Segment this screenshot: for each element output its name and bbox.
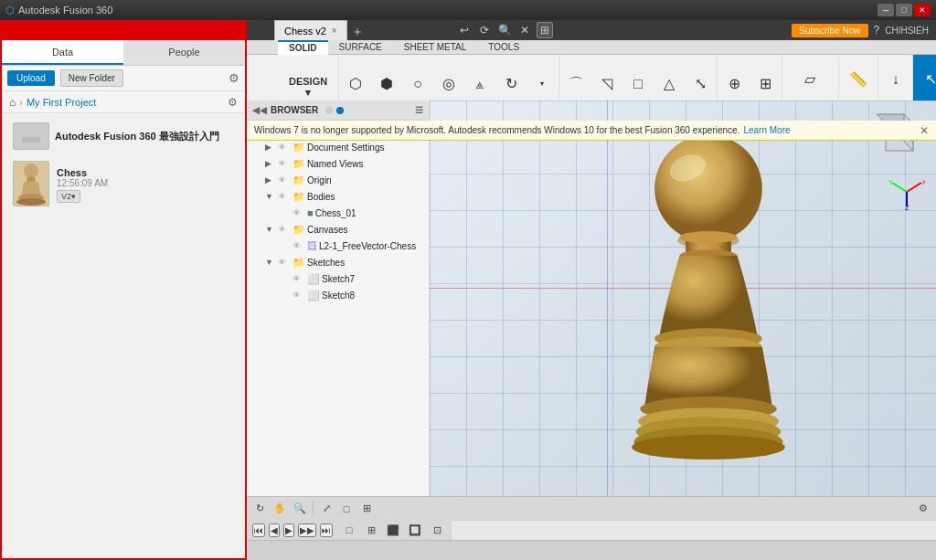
tree-item-doc-settings[interactable]: ▶ 👁 📁 Document Settings [247,139,429,155]
cylinder-icon: ⬢ [380,77,393,91]
browser-collapse-icon[interactable]: ◀◀ [252,105,267,115]
file-thumbnail-svg [15,162,48,206]
modify-tool-5[interactable]: ⤡ [686,68,715,100]
create-tool-5[interactable]: ⟁ [465,68,495,100]
modify-tool-3[interactable]: □ [623,68,653,100]
view-settings-button[interactable]: ⚙ [914,500,932,518]
zoom-button[interactable]: 🔍 [291,500,309,518]
play-button[interactable]: ▶ [283,523,294,537]
add-tab-button[interactable]: ＋ [351,24,364,40]
create-more[interactable]: ▾ [527,68,557,100]
tree-item-sketch7[interactable]: 👁 ⬜ Sketch7 [247,270,429,287]
file-version[interactable]: V2▾ [57,190,80,203]
display-mode-button[interactable]: □ [337,500,356,518]
svg-line-21 [907,183,921,192]
create-tool-4[interactable]: ◎ [434,68,463,100]
folder-icon: 📁 [292,257,305,269]
upload-button[interactable]: Upload [7,70,55,86]
viewport-tool-1[interactable]: □ [340,521,358,539]
assemble-tool-1[interactable]: ⊕ [719,68,749,100]
help-button[interactable]: ? [874,24,880,37]
revolve-icon: ↻ [505,77,517,91]
viewport[interactable]: FRONT X Y Z [430,100,936,516]
tab-solid[interactable]: SOLID [278,40,328,55]
search-button[interactable]: 🔍 [496,22,513,38]
visibility-icon[interactable]: 👁 [278,159,291,168]
select-tool[interactable]: ↖ [916,63,936,96]
user-label: CHIHSIEH [885,26,929,36]
browser-menu-icon[interactable]: ☰ [415,105,423,115]
tree-item-sketches[interactable]: ▼ 👁 📁 Sketches [247,254,429,270]
rigid-icon: ⊞ [760,77,771,91]
home-icon[interactable]: ⌂ [9,96,16,109]
assemble-tool-2[interactable]: ⊞ [750,68,780,100]
step-forward-button[interactable]: ▶▶ [298,523,316,537]
visibility-icon[interactable]: 👁 [292,291,305,300]
visibility-icon[interactable]: 👁 [278,143,291,152]
file-item-chess[interactable]: Chess 12:56:09 AM V2▾ [7,157,239,210]
viewport-tool-4[interactable]: 🔲 [406,521,424,539]
viewport-tool-5[interactable]: ⊡ [428,521,446,539]
chess-v2-tab[interactable]: Chess v2 × [274,20,347,40]
close-button[interactable]: ✕ [914,4,931,16]
back-button[interactable]: ↩ [456,22,473,38]
tab-surface[interactable]: SURFACE [328,40,393,55]
tree-item-bodies[interactable]: ▼ 👁 📁 Bodies [247,188,429,205]
panel-settings-icon[interactable]: ⚙ [229,71,239,85]
create-tool-2[interactable]: ⬢ [372,68,401,100]
visibility-icon[interactable]: 👁 [278,192,291,201]
tree-item-canvas-img[interactable]: 👁 🖼 L2-1_FreeVector-Chess [247,238,429,254]
view-button[interactable]: ⊞ [357,500,376,518]
viewport-tool-3[interactable]: ⬛ [384,521,402,539]
viewport-tool-2[interactable]: ⊞ [362,521,380,539]
data-tab[interactable]: Data [2,40,123,65]
create-tool-3[interactable]: ○ [403,68,432,100]
tree-item-origin[interactable]: ▶ 👁 📁 Origin [247,172,429,188]
create-tool-6[interactable]: ↻ [496,68,526,100]
tree-item-named-views[interactable]: ▶ 👁 📁 Named Views [247,155,429,172]
notification-close-icon[interactable]: ✕ [920,124,929,137]
breadcrumb-separator: › [19,97,23,108]
inspect-tool-1[interactable]: 📏 [844,63,873,96]
folder-icon: 📁 [292,191,305,203]
tree-item-sketch8[interactable]: 👁 ⬜ Sketch8 [247,287,429,303]
construct-tool-1[interactable]: ▱ [795,63,824,96]
visibility-icon[interactable]: 👁 [278,258,291,267]
create-tool-1[interactable]: ⬡ [341,68,370,100]
modify-tool-2[interactable]: ◹ [592,68,622,100]
folder-item[interactable]: ▬ Autodesk Fusion 360 最強設計入門 [7,119,239,153]
visibility-icon[interactable]: 👁 [278,225,291,234]
subscribe-button[interactable]: Subscribe Now [792,24,867,37]
tree-item-chess01[interactable]: 👁 ■ Chess_01 [247,205,429,221]
refresh-button[interactable]: ⟳ [476,22,493,38]
go-to-end-button[interactable]: ⏭ [320,523,333,537]
minimize-button[interactable]: ─ [878,4,894,16]
orbit-button[interactable]: ↻ [250,500,269,518]
maximize-button[interactable]: □ [896,4,912,16]
modify-tool-4[interactable]: △ [654,68,684,100]
visibility-icon[interactable]: 👁 [292,208,305,217]
pan-button[interactable]: ✋ [271,500,289,518]
tab-tools[interactable]: TOOLS [477,40,530,55]
visibility-icon[interactable]: 👁 [278,175,291,185]
new-folder-button[interactable]: New Folder [60,69,123,87]
step-back-button[interactable]: ◀ [269,523,280,537]
design-button[interactable]: DESIGN ▾ [282,71,335,104]
tree-label: Sketch7 [322,274,425,284]
close-doc-button[interactable]: ✕ [516,22,533,38]
modify-tool-1[interactable]: ⌒ [561,68,590,100]
tree-item-canvases[interactable]: ▼ 👁 📁 Canvases [247,221,429,238]
insert-tool-1[interactable]: ↓ [881,63,910,96]
fit-button[interactable]: ⤢ [317,500,335,518]
visibility-icon[interactable]: 👁 [292,274,305,283]
grid-view-button[interactable]: ⊞ [537,22,553,38]
tab-close-icon[interactable]: × [332,26,337,36]
people-tab[interactable]: People [123,40,245,65]
visibility-icon[interactable]: 👁 [292,241,305,250]
folder-info: Autodesk Fusion 360 最強設計入門 [55,130,234,143]
project-settings-icon[interactable]: ⚙ [228,96,238,109]
project-link[interactable]: My First Project [27,97,96,108]
go-to-start-button[interactable]: ⏮ [252,523,265,537]
learn-more-link[interactable]: Learn More [743,125,790,135]
tab-sheet-metal[interactable]: SHEET METAL [393,40,478,55]
